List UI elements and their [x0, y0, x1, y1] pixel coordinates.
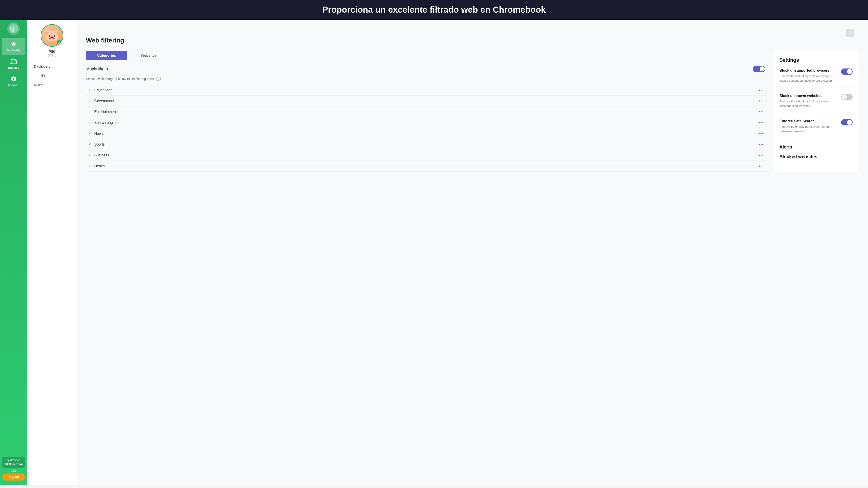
category-name: Business	[94, 153, 756, 157]
alerts-section: Alerts	[779, 144, 852, 150]
tab-websites[interactable]: Websites	[129, 51, 168, 60]
premium-label: QUSTODIO PREMIUM TRIAL	[4, 459, 23, 465]
sidebar-item-account[interactable]: Account	[0, 72, 27, 90]
tab-bar: Categories Websites	[86, 51, 766, 60]
tab-categories[interactable]: Categories	[86, 51, 127, 60]
main-content: ⋯ Web filtering Categories Websites Appl…	[77, 20, 868, 485]
category-name: Government	[94, 99, 756, 103]
sidebar-item-label: My family	[7, 48, 20, 52]
category-options-button[interactable]: •••	[759, 99, 764, 103]
category-name: Sports	[94, 142, 756, 147]
setting-description: Remove the risk of my child accessing un…	[779, 99, 837, 108]
apply-filters-toggle[interactable]	[753, 66, 765, 72]
sidebar-item-devices[interactable]: Devices	[0, 55, 27, 72]
check-icon: ✓	[88, 88, 91, 92]
list-item: ✓ Sports •••	[86, 139, 766, 150]
category-name: Educational	[94, 88, 756, 92]
category-list: ✓ Educational ••• ✓ Government ••• ✓ Ent…	[86, 85, 766, 171]
category-options-button[interactable]: •••	[759, 110, 764, 114]
list-item: ✓ Health •••	[86, 161, 766, 171]
blocked-title: Blocked websites	[779, 154, 852, 159]
list-item: ✓ Entertainment •••	[86, 106, 766, 117]
profile-panel: 🐷 Mid Offline Dashboard Timeline Rules	[27, 20, 77, 485]
content-grid: Categories Websites Apply filters Select…	[86, 51, 859, 171]
alerts-title: Alerts	[779, 144, 852, 150]
setting-text: Enforce Safe Search Remove potentially h…	[779, 119, 837, 133]
list-item: ✓ Business •••	[86, 150, 766, 161]
help-icon[interactable]: ?	[156, 77, 161, 81]
block-unknown-toggle[interactable]	[841, 94, 852, 100]
gear-icon	[10, 76, 17, 82]
premium-badge: QUSTODIO PREMIUM TRIAL	[2, 457, 25, 468]
check-icon: ✓	[88, 121, 91, 125]
profile-nav-dashboard[interactable]: Dashboard	[29, 62, 74, 71]
safe-search-toggle[interactable]	[841, 119, 852, 125]
list-item: ✓ Government •••	[86, 96, 766, 106]
sidebar-logo: Q	[7, 22, 20, 35]
category-options-button[interactable]: •••	[759, 142, 764, 147]
filter-row: Apply filters	[86, 66, 766, 72]
profile-nav: Dashboard Timeline Rules	[29, 62, 74, 90]
category-options-button[interactable]: •••	[759, 88, 764, 92]
page-title: Web filtering	[86, 37, 859, 44]
sidebar-item-label: Account	[8, 84, 20, 87]
home-icon	[10, 41, 17, 47]
setting-text: Block unknown websites Remove the risk o…	[779, 94, 837, 108]
category-options-button[interactable]: •••	[759, 164, 764, 168]
banner-text: Proporciona un excelente filtrado web en…	[322, 5, 546, 14]
upgrade-button[interactable]: Upgrade	[2, 474, 25, 481]
sidebar-item-label: Devices	[8, 66, 19, 69]
setting-description: Remove the risk of my child accessing un…	[779, 74, 837, 83]
apply-filters-label: Apply filters	[87, 67, 108, 71]
setting-title: Block unknown websites	[779, 94, 837, 98]
check-icon: ✓	[88, 110, 91, 114]
blocked-section: Blocked websites	[779, 154, 852, 159]
list-item: ✓ Search engines •••	[86, 117, 766, 128]
days-label: days	[11, 469, 16, 472]
category-options-button[interactable]: •••	[759, 153, 764, 157]
avatar: 🐷	[41, 24, 63, 47]
svg-text:Q: Q	[10, 26, 14, 32]
check-icon: ✓	[88, 99, 91, 103]
category-name: Entertainment	[94, 110, 756, 114]
check-icon: ✓	[88, 131, 91, 136]
promo-banner: Proporciona un excelente filtrado web en…	[0, 0, 868, 20]
sidebar-bottom: QUSTODIO PREMIUM TRIAL days Upgrade	[0, 455, 27, 483]
setting-safe-search: Enforce Safe Search Remove potentially h…	[779, 119, 852, 138]
setting-title: Enforce Safe Search	[779, 119, 837, 123]
category-name: Health	[94, 164, 756, 168]
left-column: Categories Websites Apply filters Select…	[86, 51, 766, 171]
category-options-button[interactable]: •••	[759, 121, 764, 125]
check-icon: ✓	[88, 153, 91, 157]
list-item: ✓ News •••	[86, 128, 766, 139]
block-unsupported-toggle[interactable]	[841, 68, 852, 75]
menu-icon[interactable]: ⋯	[846, 29, 855, 37]
category-options-button[interactable]: •••	[759, 132, 764, 136]
sidebar: Q My family Devices Account	[0, 20, 27, 485]
category-name: Search engines	[94, 121, 756, 125]
profile-status: Offline	[48, 54, 56, 57]
settings-title: Settings	[779, 57, 852, 63]
setting-description: Remove potentially harmful content from …	[779, 125, 837, 133]
helper-text: Select a web category below to set filte…	[86, 77, 766, 81]
devices-icon	[10, 58, 17, 65]
check-icon: ✓	[88, 164, 91, 168]
setting-title: Block unsupported browsers	[779, 68, 837, 72]
profile-nav-rules[interactable]: Rules	[29, 80, 74, 90]
setting-block-unknown: Block unknown websites Remove the risk o…	[779, 94, 852, 113]
profile-nav-timeline[interactable]: Timeline	[29, 71, 74, 80]
setting-block-unsupported: Block unsupported browsers Remove the ri…	[779, 68, 852, 88]
top-bar: ⋯	[86, 27, 859, 37]
category-name: News	[94, 132, 756, 136]
sidebar-item-my-family[interactable]: My family	[2, 38, 25, 55]
avatar-edit-badge[interactable]	[57, 40, 62, 45]
list-item: ✓ Educational •••	[86, 85, 766, 96]
check-icon: ✓	[88, 142, 91, 147]
profile-name: Mid	[49, 49, 55, 54]
setting-text: Block unsupported browsers Remove the ri…	[779, 68, 837, 83]
settings-panel: Settings Block unsupported browsers Remo…	[773, 51, 859, 171]
helper-text-content: Select a web category below to set filte…	[86, 77, 155, 81]
